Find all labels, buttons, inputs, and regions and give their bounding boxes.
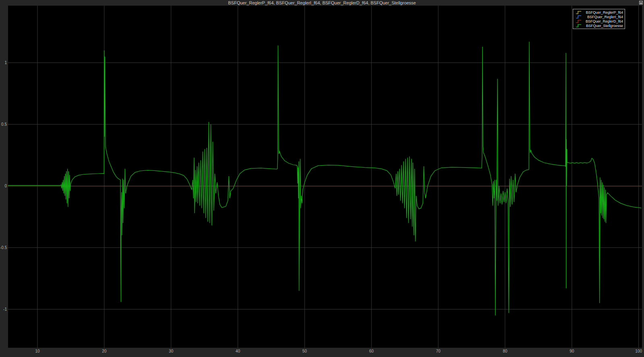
x-tick-label: 90 <box>565 349 579 353</box>
scope-window: BSFQuer_ReglerP_f64, BSFQuer_ReglerI_f64… <box>0 0 644 357</box>
plot-area[interactable] <box>8 6 642 348</box>
legend-step-line-icon <box>576 19 582 23</box>
y-tick-label: 1 <box>0 60 7 65</box>
x-tick-label: 40 <box>231 349 245 353</box>
legend-label: BSFQuer_ReglerD_f64 <box>582 19 623 23</box>
legend-item[interactable]: BSFQuer_Stellgroesse <box>576 23 623 28</box>
plot-title: BSFQuer_ReglerP_f64, BSFQuer_ReglerI_f64… <box>0 0 644 6</box>
legend-step-line-icon <box>576 15 582 19</box>
x-tick-label: 60 <box>365 349 378 353</box>
x-tick-label: 80 <box>498 349 512 353</box>
x-tick-label: 30 <box>164 349 178 353</box>
legend-item[interactable]: BSFQuer_ReglerP_f64 <box>576 10 623 15</box>
dock-arrow-icon[interactable]: ▴ <box>639 1 643 4</box>
legend-label: BSFQuer_ReglerP_f64 <box>582 10 623 15</box>
x-tick-label: 100 <box>632 349 644 353</box>
y-tick-label: 0 <box>0 184 7 188</box>
y-tick-label: -1 <box>0 307 7 311</box>
plot-canvas[interactable] <box>8 6 642 348</box>
x-tick-label: 70 <box>431 349 445 353</box>
y-tick-label: 0.5 <box>0 122 7 127</box>
series-BSFQuer_Stellgroesse <box>8 42 641 315</box>
legend-item[interactable]: BSFQuer_ReglerI_f64 <box>576 15 623 19</box>
x-tick-label: 10 <box>31 349 44 353</box>
legend-label: BSFQuer_ReglerI_f64 <box>582 15 623 19</box>
x-tick-label: 20 <box>97 349 111 353</box>
x-tick-label: 50 <box>298 349 312 353</box>
legend-item[interactable]: BSFQuer_ReglerD_f64 <box>576 19 623 23</box>
legend-label: BSFQuer_Stellgroesse <box>582 24 623 28</box>
y-tick-label: -0.5 <box>0 245 7 250</box>
legend: BSFQuer_ReglerP_f64BSFQuer_ReglerI_f64BS… <box>573 9 625 29</box>
legend-step-line-icon <box>576 10 582 15</box>
legend-step-line-icon <box>576 23 582 28</box>
